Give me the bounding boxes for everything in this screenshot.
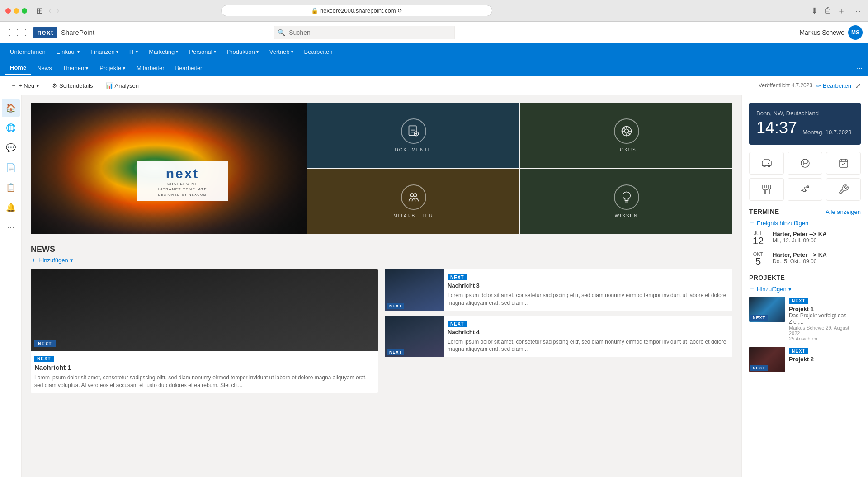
expand-button[interactable]: ⤢ <box>855 81 861 90</box>
forward-button[interactable]: › <box>55 5 61 16</box>
address-bar[interactable]: 🔒 nexcore2000.sharepoint.com ↺ <box>221 5 492 16</box>
search-area: 🔍 <box>274 26 455 39</box>
side-card-1-content: NEXT Nachricht 3 Lorem ipsum dolor sit a… <box>448 269 732 311</box>
weather-time-row: 14:37 Montag, 10.7.2023 <box>756 118 854 137</box>
termine-title: Termine <box>749 208 779 215</box>
quick-link-calendar[interactable] <box>826 152 861 175</box>
subnav-themen[interactable]: Themen ▾ <box>58 62 94 74</box>
close-dot[interactable] <box>5 8 11 14</box>
share-icon[interactable]: ⎙ <box>823 5 832 16</box>
event-item-2: OKT 5 Härter, Peter --> KA Do., 5. Okt.,… <box>749 251 861 267</box>
back-button[interactable]: ‹ <box>47 5 53 16</box>
hero-tile-dokumente[interactable]: DOKUMENTE <box>307 103 519 168</box>
plus-icon: ＋ <box>11 81 17 90</box>
nav-item-unternehmen[interactable]: Unternehmen <box>5 46 50 58</box>
project-item-2[interactable]: NEXT NEXT Projekt 2 <box>749 347 861 372</box>
minimize-dot[interactable] <box>14 8 19 14</box>
addtab-icon[interactable]: ＋ <box>835 5 847 17</box>
project-thumb-2: NEXT <box>749 347 785 372</box>
add-project-button[interactable]: ＋ Hinzufügen ▾ <box>749 285 792 293</box>
subnav-projekte[interactable]: Projekte ▾ <box>95 62 130 74</box>
logo-next-text: next <box>33 27 57 38</box>
subnav-news[interactable]: News <box>33 62 57 74</box>
info-icon: ⚙ <box>52 82 57 89</box>
nav-item-marketing[interactable]: Marketing ▾ <box>144 46 183 58</box>
nav-item-bearbeiten[interactable]: Bearbeiten <box>300 46 337 58</box>
quick-link-wrench[interactable] <box>826 178 861 201</box>
mitarbeiter-label: MITARBEITER <box>393 213 433 218</box>
nav-item-produktion[interactable]: Produktion ▾ <box>222 46 263 58</box>
search-input[interactable] <box>274 26 455 39</box>
side-card-1-title: Nachricht 3 <box>448 282 729 289</box>
download-icon[interactable]: ⬇ <box>809 5 820 17</box>
vertical-navigation: 🏠 🌐 💬 📄 📋 🔔 ⋯ <box>0 95 22 477</box>
app-grid-icon[interactable]: ⋮⋮⋮ <box>5 28 30 38</box>
more-options-icon[interactable]: ⋯ <box>851 5 863 17</box>
add-event-button[interactable]: ＋ Ereignis hinzufügen <box>749 219 808 227</box>
chevron-down-icon: ▾ <box>116 49 118 54</box>
side-card-1-badge: NEXT <box>448 274 467 280</box>
project-info-2: NEXT Projekt 2 <box>789 347 861 372</box>
edit-icon: ✏ <box>816 82 821 89</box>
projekte-section: PROJEKTE ＋ Hinzufügen ▾ NEXT NEXT Projek… <box>749 274 861 372</box>
vert-nav-chat[interactable]: 💬 <box>2 139 20 157</box>
neu-button[interactable]: ＋ + Neu ▾ <box>7 80 43 91</box>
news-main-badge-text: NEXT <box>34 356 54 362</box>
browser-actions: ⬇ ⎙ ＋ ⋯ <box>809 5 863 17</box>
event-details-1: Härter, Peter --> KA Mi., 12. Juli, 09:0… <box>773 231 861 246</box>
vert-nav-home[interactable]: 🏠 <box>2 99 20 117</box>
main-navigation: Unternehmen Einkauf ▾ Finanzen ▾ IT ▾ Ma… <box>0 43 868 60</box>
subnav-bearbeiten[interactable]: Bearbeiten <box>170 62 208 74</box>
sidebar-toggle-btn[interactable]: ⊞ <box>34 5 45 17</box>
veroeffentlicht-label: Veröffentlicht 4.7.2023 <box>759 82 812 89</box>
chevron-down-icon: ▾ <box>85 65 89 71</box>
page-toolbar: ＋ + Neu ▾ ⚙ Seitendetails 📊 Analysen Ver… <box>0 76 868 95</box>
expand-dot[interactable] <box>22 8 27 14</box>
hero-next-logo: next SHAREPOINTINTRANET TEMPLATEDESIGNED… <box>137 161 228 201</box>
vert-nav-more[interactable]: ⋯ <box>2 218 20 236</box>
hero-tile-mitarbeiter[interactable]: MITARBEITER <box>307 169 519 234</box>
chevron-down-icon: ▾ <box>136 49 138 54</box>
fokus-label: FOKUS <box>616 147 636 152</box>
vert-nav-list[interactable]: 📋 <box>2 179 20 197</box>
user-avatar[interactable]: MS <box>848 25 863 40</box>
news-side-column: NEXT NEXT Nachricht 3 Lorem ipsum dolor … <box>385 269 732 357</box>
nav-item-finanzen[interactable]: Finanzen ▾ <box>86 46 123 58</box>
subnav-home[interactable]: Home <box>5 61 31 75</box>
news-grid: NEXT NEXT Nachricht 1 Lorem ipsum dolor … <box>31 269 732 393</box>
subnav-more-button[interactable]: ··· <box>857 64 863 72</box>
analysen-button[interactable]: 📊 Analysen <box>102 80 142 91</box>
app-logo: next SharePoint <box>33 27 94 38</box>
seitendetails-button[interactable]: ⚙ Seitendetails <box>48 80 96 91</box>
bearbeiten-toolbar-button[interactable]: ✏ Bearbeiten <box>816 82 851 89</box>
termine-section: Termine Alle anzeigen ＋ Ereignis hinzufü… <box>749 208 861 267</box>
vert-nav-notifications[interactable]: 🔔 <box>2 198 20 217</box>
hero-tile-fokus[interactable]: FOKUS <box>520 103 732 168</box>
subnav-mitarbeiter[interactable]: Mitarbeiter <box>132 62 169 74</box>
app-topbar: ⋮⋮⋮ next SharePoint 🔍 Markus Schewe MS <box>0 22 868 43</box>
hero-tile-wissen[interactable]: WISSEN <box>520 169 732 234</box>
vert-nav-document[interactable]: 📄 <box>2 159 20 177</box>
news-side-card-1[interactable]: NEXT NEXT Nachricht 3 Lorem ipsum dolor … <box>385 269 732 311</box>
svg-line-9 <box>628 133 630 134</box>
news-add-button[interactable]: ＋ Hinzufügen ▾ <box>31 256 73 264</box>
lock-icon: 🔒 <box>311 7 318 14</box>
quick-link-parking[interactable] <box>788 152 822 175</box>
svg-rect-19 <box>840 160 848 167</box>
vert-nav-globe[interactable]: 🌐 <box>2 119 20 137</box>
project-item-1[interactable]: NEXT NEXT Projekt 1 Das Projekt verfolgt… <box>749 297 861 341</box>
quick-link-tools[interactable] <box>788 178 822 201</box>
wissen-label: WISSEN <box>615 213 638 218</box>
nav-item-einkauf[interactable]: Einkauf ▾ <box>52 46 84 58</box>
nav-item-it[interactable]: IT ▾ <box>125 46 143 58</box>
nav-item-personal[interactable]: Personal ▾ <box>184 46 220 58</box>
project-2-badge-img: NEXT <box>750 365 768 371</box>
termine-all-link[interactable]: Alle anzeigen <box>826 208 861 215</box>
news-main-card[interactable]: NEXT NEXT Nachricht 1 Lorem ipsum dolor … <box>31 269 378 393</box>
quick-link-food[interactable] <box>749 178 784 201</box>
quick-link-car[interactable] <box>749 152 784 175</box>
side-card-2-content: NEXT Nachricht 4 Lorem ipsum dolor sit a… <box>448 316 732 357</box>
chevron-down-icon: ▾ <box>176 49 178 54</box>
nav-item-vertrieb[interactable]: Vertrieb ▾ <box>265 46 298 58</box>
news-side-card-2[interactable]: NEXT NEXT Nachricht 4 Lorem ipsum dolor … <box>385 316 732 357</box>
